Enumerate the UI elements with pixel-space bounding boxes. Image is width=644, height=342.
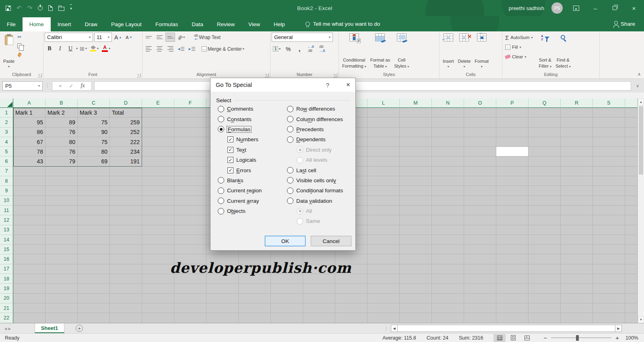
row-header-2[interactable]: 2 [0,117,13,127]
cell-O11[interactable] [464,206,496,215]
row-header-7[interactable]: 7 [0,167,13,176]
cell-M21[interactable] [400,303,432,313]
cell-C15[interactable] [78,245,110,254]
cell-styles-button[interactable]: Cell Styles ▾ [392,33,411,70]
radio-button[interactable] [218,208,224,214]
radio-button[interactable] [218,187,224,194]
fill-color-button[interactable]: ▾ [89,44,100,53]
cell-O17[interactable] [464,264,496,274]
cell-B19[interactable] [45,284,78,293]
cell-B20[interactable] [45,294,78,303]
radio-button[interactable] [218,106,224,112]
row-header-6[interactable]: 6 [0,157,13,166]
increase-indent-button[interactable]: ▶ [187,44,197,54]
cell-F4[interactable] [174,137,206,147]
row-header-16[interactable]: 16 [0,254,13,264]
cell-Q9[interactable] [528,186,561,196]
cell-F3[interactable] [174,128,206,137]
cell-O10[interactable] [464,196,496,206]
confirm-entry-icon[interactable]: ✓ [69,83,74,89]
scroll-right-icon[interactable]: ▶ [615,325,622,332]
cell-M13[interactable] [400,225,432,235]
cell-E15[interactable] [142,245,174,254]
cell-O9[interactable] [464,186,496,196]
tell-me-box[interactable]: Tell me what you want to do [305,16,380,31]
avatar[interactable]: PS [551,2,563,14]
cell-R5[interactable] [561,147,593,157]
row-header-10[interactable]: 10 [0,196,13,206]
borders-button[interactable]: ⊞▾ [78,44,88,53]
shrink-font-button[interactable]: A▼ [124,33,134,42]
radio-button[interactable] [218,177,224,183]
row-header-1[interactable]: 1 [0,108,13,117]
expand-formula-bar-icon[interactable]: ∨ [634,83,642,89]
cell-partial-4[interactable] [625,137,638,147]
cell-R13[interactable] [561,225,593,235]
cell-R18[interactable] [561,274,593,284]
cell-Q22[interactable] [528,313,561,323]
format-painter-button[interactable] [17,50,25,59]
cell-E20[interactable] [142,294,174,303]
cell-A4[interactable]: 67 [13,137,45,147]
cell-F10[interactable] [174,196,206,206]
cell-B9[interactable] [45,186,78,196]
cell-F12[interactable] [174,215,206,225]
cell-Q3[interactable] [528,128,561,137]
option-visible-cells-only[interactable]: Visible cells only [287,175,343,185]
cell-Q21[interactable] [528,303,561,313]
option-formulas[interactable]: Formulas [218,124,262,134]
cell-L19[interactable] [367,284,400,293]
option-current-region[interactable]: Current region [218,185,262,196]
user-name[interactable]: preethi sadhish [509,5,544,11]
cell-M20[interactable] [400,294,432,303]
cell-C12[interactable] [78,215,110,225]
paste-button[interactable]: Paste ▾ [1,33,17,70]
cell-S10[interactable] [593,196,625,206]
cell-A3[interactable]: 86 [13,128,45,137]
cell-E13[interactable] [142,225,174,235]
cell-C16[interactable] [78,254,110,264]
cell-D11[interactable] [110,206,142,215]
cell-S22[interactable] [593,313,625,323]
cell-S12[interactable] [593,215,625,225]
cell-S14[interactable] [593,235,625,245]
cell-D4[interactable]: 222 [110,137,142,147]
cell-L1[interactable] [367,108,400,117]
cell-H22[interactable] [239,313,271,323]
cell-partial-12[interactable] [625,215,638,225]
cell-D12[interactable] [110,215,142,225]
cell-L14[interactable] [367,235,400,245]
cell-L7[interactable] [367,167,400,176]
collapse-ribbon-icon[interactable]: ∧ [638,72,641,77]
cell-C8[interactable] [78,176,110,186]
page-break-view-button[interactable] [521,334,533,342]
cell-Q5[interactable] [528,147,561,157]
cell-D15[interactable] [110,245,142,254]
tab-insert[interactable]: Insert [51,17,78,31]
vertical-scrollbar-thumb[interactable] [639,106,643,175]
align-left-button[interactable] [144,44,153,54]
cell-F7[interactable] [174,167,206,176]
cell-R14[interactable] [561,235,593,245]
cell-P9[interactable] [496,186,528,196]
cell-Q6[interactable] [528,157,561,166]
cell-I20[interactable] [271,294,303,303]
cell-M5[interactable] [400,147,432,157]
checkbox[interactable]: ✓ [227,136,233,142]
cell-D6[interactable]: 191 [110,157,142,166]
cell-O16[interactable] [464,254,496,264]
cell-R22[interactable] [561,313,593,323]
underline-button[interactable]: U [66,44,75,53]
column-header-L[interactable]: L [367,99,400,108]
cell-O6[interactable] [464,157,496,166]
cell-K21[interactable] [335,303,367,313]
touch-mode-icon[interactable] [38,4,43,12]
increase-decimal-button[interactable]: ←.0.00 [306,45,316,53]
cell-partial-6[interactable] [625,157,638,166]
tab-draw[interactable]: Draw [78,17,105,31]
row-header-9[interactable]: 9 [0,186,13,196]
cell-L5[interactable] [367,147,400,157]
cell-I21[interactable] [271,303,303,313]
cell-M7[interactable] [400,167,432,176]
cell-S18[interactable] [593,274,625,284]
